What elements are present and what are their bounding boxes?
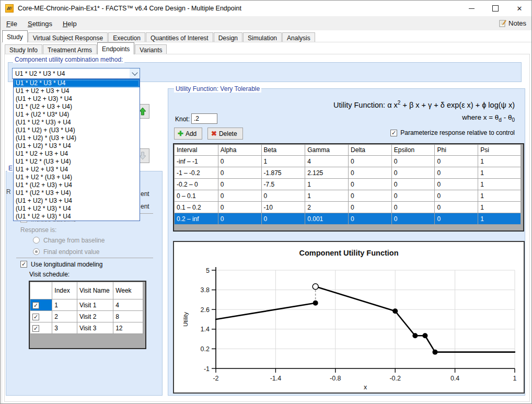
- parameterize-checkbox[interactable]: ✓: [390, 130, 397, 136]
- dropdown-item[interactable]: (U1 + U2) * U3 + U4: [14, 197, 140, 205]
- param-cell[interactable]: 0: [218, 202, 261, 213]
- param-cell[interactable]: 1: [305, 179, 349, 190]
- param-cell[interactable]: 0: [218, 213, 261, 225]
- knot-input[interactable]: [191, 113, 217, 124]
- param-cell[interactable]: 4: [305, 156, 349, 167]
- subtab-endpoints[interactable]: Endpoints: [97, 42, 134, 54]
- param-cell[interactable]: 2.125: [305, 167, 349, 179]
- dropdown-item[interactable]: U1 + U2 + U3 + U4: [14, 87, 140, 95]
- visit-cell[interactable]: 1: [52, 299, 77, 311]
- dropdown-item[interactable]: U1 + U2 * (U3 + U4): [14, 174, 140, 181]
- dropdown-item[interactable]: U1 * (U2 * U3 + U4): [14, 189, 140, 197]
- visit-cell[interactable]: 2: [52, 311, 77, 322]
- param-cell[interactable]: 1: [478, 190, 521, 202]
- visit-cell[interactable]: 8: [113, 311, 143, 322]
- visit-enabled-cell[interactable]: ✓: [30, 322, 52, 334]
- param-cell[interactable]: 0.2 – inf: [175, 213, 218, 225]
- param-cell[interactable]: 0: [349, 202, 392, 213]
- longitudinal-checkbox[interactable]: ✓: [20, 261, 27, 268]
- tab-study[interactable]: Study: [2, 30, 28, 42]
- param-cell[interactable]: 0: [391, 190, 435, 202]
- dropdown-item[interactable]: U1 + (U2 * U3* U4): [14, 111, 140, 119]
- visit-cell[interactable]: Visit 1: [77, 299, 113, 311]
- combobox-arrow-button[interactable]: [130, 68, 140, 78]
- param-cell[interactable]: 0: [391, 156, 435, 167]
- tab-simulation[interactable]: Simulation: [243, 32, 282, 42]
- menu-item-settings[interactable]: Settings: [23, 18, 57, 30]
- param-cell[interactable]: 0: [261, 190, 305, 202]
- delete-button[interactable]: ✖Delete: [207, 128, 243, 140]
- param-cell[interactable]: 0: [435, 190, 478, 202]
- param-cell[interactable]: 0: [218, 167, 261, 179]
- param-cell[interactable]: 1: [261, 156, 305, 167]
- param-cell[interactable]: 0: [349, 179, 392, 190]
- visit-checkbox[interactable]: ✓: [32, 314, 39, 320]
- tab-design[interactable]: Design: [214, 32, 242, 42]
- menu-item-file[interactable]: File: [2, 18, 22, 30]
- param-cell[interactable]: -inf – -1: [175, 156, 218, 167]
- visit-checkbox[interactable]: ✓: [32, 302, 39, 309]
- subtab-study-info[interactable]: Study Info: [5, 44, 42, 54]
- utility-combination-combobox[interactable]: U1 * U2 * U3 * U4: [12, 68, 140, 79]
- param-cell[interactable]: 1: [305, 190, 349, 202]
- param-cell[interactable]: 0: [435, 156, 478, 167]
- tab-quantities-of-interest[interactable]: Quantities of Interest: [146, 32, 213, 42]
- param-cell[interactable]: 0: [435, 202, 478, 213]
- param-cell[interactable]: 0: [435, 179, 478, 190]
- param-cell[interactable]: 0: [349, 156, 392, 167]
- dropdown-item[interactable]: (U1 * U2 * U3) + U4: [14, 119, 140, 126]
- param-cell[interactable]: 0: [349, 167, 392, 179]
- dropdown-item[interactable]: U1 + U2 + U3 * U4: [14, 166, 140, 174]
- visit-cell[interactable]: 3: [52, 322, 77, 334]
- param-cell[interactable]: 0: [435, 167, 478, 179]
- maximize-button[interactable]: [483, 1, 507, 16]
- param-cell[interactable]: 0: [391, 213, 435, 225]
- close-button[interactable]: ✕: [507, 1, 531, 16]
- dropdown-item[interactable]: (U1 + U2) * U3 * U4: [14, 142, 140, 150]
- param-cell[interactable]: -7.5: [261, 179, 305, 190]
- param-cell[interactable]: 1: [478, 213, 521, 225]
- param-cell[interactable]: 0.001: [305, 213, 349, 225]
- visit-cell[interactable]: 4: [113, 299, 143, 311]
- dropdown-item[interactable]: U1 * U2 * U3 * U4: [14, 79, 140, 87]
- param-cell[interactable]: -1 – -0.2: [175, 167, 218, 179]
- dropdown-item[interactable]: U1 * U2 * (U3 + U4): [14, 158, 140, 166]
- param-cell[interactable]: 0 – 0.1: [175, 190, 218, 202]
- param-cell[interactable]: 1: [478, 156, 521, 167]
- param-cell[interactable]: 0: [391, 167, 435, 179]
- dropdown-item[interactable]: U1 * (U2 + U3) + U4: [14, 181, 140, 189]
- visit-cell[interactable]: Visit 2: [77, 311, 113, 322]
- param-cell[interactable]: 0: [261, 213, 305, 225]
- minimize-button[interactable]: [459, 1, 483, 16]
- visit-enabled-cell[interactable]: ✓: [30, 311, 52, 322]
- visit-cell[interactable]: 12: [113, 322, 143, 334]
- notes-button[interactable]: Notes: [494, 18, 530, 28]
- dropdown-item[interactable]: (U1 * U2 + U3) * U4: [14, 213, 140, 221]
- tab-execution[interactable]: Execution: [108, 32, 145, 42]
- dropdown-item[interactable]: (U1 + U2) * (U3 + U4): [14, 134, 140, 142]
- param-cell[interactable]: 1: [478, 167, 521, 179]
- param-cell[interactable]: 0: [435, 213, 478, 225]
- param-cell[interactable]: 1: [478, 202, 521, 213]
- param-cell[interactable]: 0: [218, 156, 261, 167]
- subtab-variants[interactable]: Variants: [135, 44, 167, 54]
- menu-item-help[interactable]: Help: [58, 18, 82, 30]
- visit-enabled-cell[interactable]: ✓: [30, 299, 52, 311]
- param-cell[interactable]: 0: [218, 190, 261, 202]
- param-cell[interactable]: 0: [349, 213, 392, 225]
- param-cell[interactable]: -0.2 – 0: [175, 179, 218, 190]
- param-cell[interactable]: 0: [349, 190, 392, 202]
- dropdown-item[interactable]: (U1 + U2 + U3) * U4: [14, 95, 140, 103]
- param-cell[interactable]: 0: [218, 179, 261, 190]
- dropdown-item[interactable]: (U1 + U2 * U3) * U4: [14, 205, 140, 213]
- tab-virtual-subject-response[interactable]: Virtual Subject Response: [28, 32, 108, 42]
- visit-checkbox[interactable]: ✓: [32, 325, 39, 332]
- param-cell[interactable]: 2: [305, 202, 349, 213]
- param-cell[interactable]: 0: [391, 202, 435, 213]
- param-cell[interactable]: 1: [478, 179, 521, 190]
- param-cell[interactable]: 0: [391, 179, 435, 190]
- tab-analysis[interactable]: Analysis: [282, 32, 315, 42]
- param-cell[interactable]: 0.1 – 0.2: [175, 202, 218, 213]
- dropdown-item[interactable]: (U1 * U2) + (U3 * U4): [14, 126, 140, 134]
- param-cell[interactable]: -10: [261, 202, 305, 213]
